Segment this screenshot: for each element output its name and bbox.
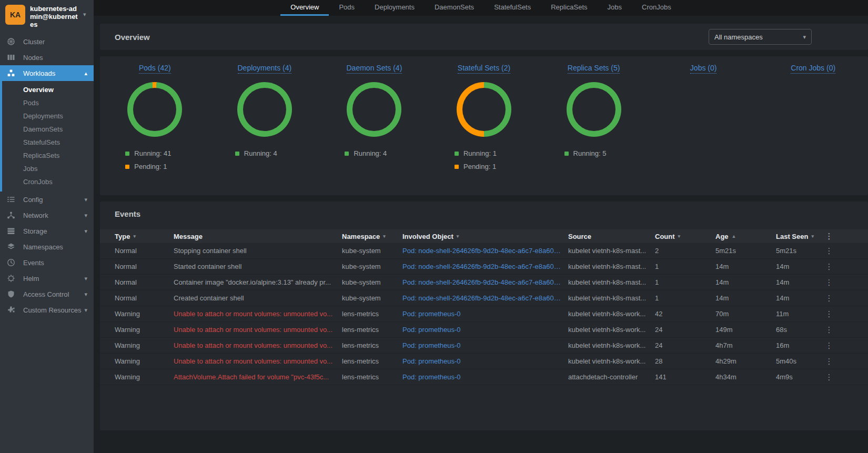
- account-name: kubernetes-admin@kubernetes: [30, 5, 78, 28]
- sidebar-item-cluster[interactable]: Cluster: [0, 34, 94, 49]
- sidebar-item-label: Events: [23, 259, 87, 267]
- tab-jobs[interactable]: Jobs: [598, 0, 632, 16]
- event-last-seen: 14m: [776, 278, 823, 286]
- sidebar-subitem-replicasets[interactable]: ReplicaSets: [0, 149, 94, 162]
- event-involved-object-link[interactable]: Pod: node-shell-264626fb-9d2b-48ec-a6c7-…: [402, 247, 568, 255]
- events-table-header: Type▾ Message Namespace▾ Involved Object…: [100, 229, 868, 243]
- column-age[interactable]: Age▲: [715, 233, 776, 240]
- event-involved-object-link[interactable]: Pod: prometheus-0: [402, 310, 568, 318]
- row-menu-icon[interactable]: ⋮: [823, 309, 835, 319]
- event-count: 24: [655, 326, 715, 334]
- event-involved-object-link[interactable]: Pod: node-shell-264626fb-9d2b-48ec-a6c7-…: [402, 294, 568, 302]
- event-message: Created container shell: [174, 294, 342, 302]
- tab-cronjobs[interactable]: CronJobs: [632, 0, 681, 16]
- content: Overview All namespaces ▾ Pods (42) Runn…: [94, 16, 868, 453]
- sidebar-item-nodes[interactable]: Nodes: [0, 49, 94, 65]
- chevron-down-icon: ▾: [84, 212, 87, 219]
- event-row[interactable]: Warning Unable to attach or mount volume…: [100, 306, 868, 322]
- sidebar-item-storage[interactable]: Storage ▾: [0, 223, 94, 239]
- puzzle-icon: [7, 306, 16, 314]
- tab-replicasets[interactable]: ReplicaSets: [541, 0, 597, 16]
- sidebar-item-network[interactable]: Network ▾: [0, 207, 94, 223]
- row-menu-icon[interactable]: ⋮: [823, 262, 835, 271]
- event-age: 4h7m: [715, 341, 776, 349]
- sort-asc-icon: ▲: [732, 234, 736, 239]
- event-message: Unable to attach or mount volumes: unmou…: [174, 310, 342, 318]
- chevron-down-icon[interactable]: ▾: [83, 11, 86, 18]
- tab-overview[interactable]: Overview: [280, 0, 329, 16]
- row-menu-icon[interactable]: ⋮: [823, 373, 835, 382]
- row-menu-icon[interactable]: ⋮: [823, 278, 835, 287]
- column-count[interactable]: Count▾: [655, 233, 715, 240]
- row-menu-icon[interactable]: ⋮: [823, 341, 835, 350]
- sidebar-subitem-statefulsets[interactable]: StatefulSets: [0, 136, 94, 149]
- column-source[interactable]: Source: [568, 233, 655, 240]
- event-row[interactable]: Normal Started container shell kube-syst…: [100, 259, 868, 275]
- tab-statefulsets[interactable]: StatefulSets: [484, 0, 541, 16]
- table-menu-icon[interactable]: ⋮: [823, 231, 835, 241]
- namespace-filter[interactable]: All namespaces ▾: [709, 29, 812, 45]
- sidebar-subitem-cronjobs[interactable]: CronJobs: [0, 175, 94, 188]
- sidebar-item-namespaces[interactable]: Namespaces: [0, 239, 94, 255]
- row-menu-icon[interactable]: ⋮: [823, 325, 835, 335]
- legend-label: Running: 5: [573, 149, 607, 157]
- nodes-icon: [7, 53, 16, 62]
- replicasets-link[interactable]: Replica Sets (5): [568, 64, 620, 74]
- tab-deployments[interactable]: Deployments: [365, 0, 425, 16]
- statefulsets-link[interactable]: Stateful Sets (2): [458, 64, 510, 74]
- chevron-down-icon: ▾: [84, 291, 87, 298]
- jobs-link[interactable]: Jobs (0): [690, 64, 717, 74]
- cronjobs-link[interactable]: Cron Jobs (0): [791, 64, 835, 74]
- sidebar-subitem-deployments[interactable]: Deployments: [0, 109, 94, 123]
- row-menu-icon[interactable]: ⋮: [823, 246, 835, 256]
- event-involved-object-link[interactable]: Pod: prometheus-0: [402, 373, 568, 381]
- sidebar-item-events[interactable]: Events: [0, 255, 94, 270]
- chevron-down-icon: ▾: [84, 275, 87, 282]
- cluster-account[interactable]: KA kubernetes-admin@kubernetes ▾: [0, 0, 94, 34]
- event-row[interactable]: Warning Unable to attach or mount volume…: [100, 338, 868, 354]
- legend: Running: 4: [345, 149, 403, 157]
- event-row[interactable]: Warning Unable to attach or mount volume…: [100, 322, 868, 338]
- event-row[interactable]: Normal Stopping container shell kube-sys…: [100, 243, 868, 259]
- event-row[interactable]: Warning Unable to attach or mount volume…: [100, 354, 868, 369]
- sidebar-item-workloads[interactable]: Workloads ▴: [0, 65, 94, 81]
- event-age: 14m: [715, 294, 776, 302]
- event-involved-object-link[interactable]: Pod: prometheus-0: [402, 357, 568, 365]
- deployments-link[interactable]: Deployments (4): [238, 64, 292, 74]
- tab-pods[interactable]: Pods: [329, 0, 365, 16]
- sidebar-item-helm[interactable]: Helm ▾: [0, 270, 94, 286]
- sidebar-subitem-daemonsets[interactable]: DaemonSets: [0, 123, 94, 136]
- column-namespace[interactable]: Namespace▾: [342, 233, 402, 240]
- sidebar-item-access-control[interactable]: Access Control ▾: [0, 286, 94, 302]
- row-menu-icon[interactable]: ⋮: [823, 294, 835, 303]
- sort-icon: ▾: [383, 234, 386, 239]
- network-icon: [7, 211, 16, 219]
- sidebar-subitem-pods[interactable]: Pods: [0, 96, 94, 109]
- event-involved-object-link[interactable]: Pod: prometheus-0: [402, 326, 568, 334]
- event-age: 5m21s: [715, 247, 776, 255]
- event-last-seen: 68s: [776, 326, 823, 334]
- column-message[interactable]: Message: [174, 233, 342, 240]
- event-namespace: lens-metrics: [342, 357, 402, 365]
- sidebar-subitem-jobs[interactable]: Jobs: [0, 162, 94, 175]
- event-source: kubelet vietnh-k8s-work...: [568, 357, 655, 365]
- workload-chart-replicasets: Replica Sets (5) Running: 5: [539, 64, 649, 195]
- event-row[interactable]: Normal Created container shell kube-syst…: [100, 290, 868, 306]
- sidebar-item-config[interactable]: Config ▾: [0, 192, 94, 207]
- pods-link[interactable]: Pods (42): [139, 64, 171, 74]
- sidebar-subitem-overview[interactable]: Overview: [0, 83, 94, 96]
- event-involved-object-link[interactable]: Pod: node-shell-264626fb-9d2b-48ec-a6c7-…: [402, 263, 568, 270]
- column-last-seen[interactable]: Last Seen▾: [776, 233, 823, 240]
- daemonsets-link[interactable]: Daemon Sets (4): [347, 64, 402, 74]
- column-involved-object[interactable]: Involved Object▾: [402, 233, 568, 240]
- row-menu-icon[interactable]: ⋮: [823, 357, 835, 366]
- sidebar-item-custom-resources[interactable]: Custom Resources ▾: [0, 302, 94, 318]
- event-namespace: lens-metrics: [342, 326, 402, 334]
- event-row[interactable]: Warning AttachVolume.Attach failed for v…: [100, 369, 868, 385]
- event-message: Stopping container shell: [174, 247, 342, 255]
- tab-daemonsets[interactable]: DaemonSets: [425, 0, 484, 16]
- event-row[interactable]: Normal Container image "docker.io/alpine…: [100, 275, 868, 290]
- event-involved-object-link[interactable]: Pod: node-shell-264626fb-9d2b-48ec-a6c7-…: [402, 278, 568, 286]
- event-involved-object-link[interactable]: Pod: prometheus-0: [402, 341, 568, 349]
- column-type[interactable]: Type▾: [115, 233, 174, 240]
